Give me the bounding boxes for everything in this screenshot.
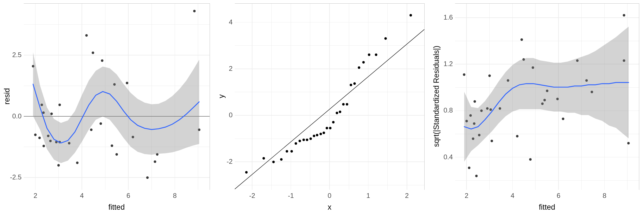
qq-plot-panel: y x -2-1012-2024 xyxy=(215,0,429,215)
y-tick-label: 1.6 xyxy=(444,13,453,21)
y-tick-label: 1.2 xyxy=(444,60,453,68)
x-axis-label: fitted xyxy=(539,203,555,212)
x-tick-label: 0 xyxy=(328,192,331,200)
x-tick-label: 2 xyxy=(34,192,37,200)
x-tick-label: 8 xyxy=(173,192,177,200)
y-tick-label: -2.5 xyxy=(10,173,22,181)
residuals-vs-fitted-panel: resid fitted 2468-2.50.02.5 xyxy=(0,0,215,215)
x-tick-label: -2 xyxy=(249,192,255,200)
plot-svg-2 xyxy=(455,3,639,190)
y-axis-label: sqrt(|Standardized Residuals|) xyxy=(432,46,441,147)
x-tick-label: -1 xyxy=(288,192,294,200)
confidence-band xyxy=(33,52,199,163)
x-tick-label: 6 xyxy=(126,192,130,200)
y-tick-label: 2 xyxy=(229,65,233,73)
x-axis-label: fitted xyxy=(108,203,125,212)
qq-reference-line xyxy=(235,29,424,189)
y-tick-label: 0.4 xyxy=(444,153,453,161)
x-axis-label: x xyxy=(328,203,332,212)
y-axis-label: resid xyxy=(3,88,11,105)
y-tick-label: 0 xyxy=(229,111,233,119)
x-tick-label: 1 xyxy=(366,192,370,200)
x-tick-label: 4 xyxy=(80,192,84,200)
x-tick-label: 6 xyxy=(557,192,560,200)
plot-svg-1 xyxy=(235,3,424,190)
y-tick-label: 2.5 xyxy=(12,51,22,59)
x-tick-label: 2 xyxy=(405,192,409,200)
confidence-band xyxy=(464,27,629,162)
y-tick-label: 0.0 xyxy=(12,112,22,120)
x-tick-label: 4 xyxy=(511,192,514,200)
plot-svg-0 xyxy=(24,3,210,190)
x-tick-label: 8 xyxy=(603,192,606,200)
x-tick-label: 2 xyxy=(465,192,468,200)
y-tick-label: 4 xyxy=(229,18,233,26)
scale-location-panel: sqrt(|Standardized Residuals|) fitted 24… xyxy=(429,0,644,215)
y-tick-label: -2 xyxy=(227,158,233,165)
y-tick-label: 0.8 xyxy=(444,106,453,114)
y-axis-label: y xyxy=(217,94,226,98)
